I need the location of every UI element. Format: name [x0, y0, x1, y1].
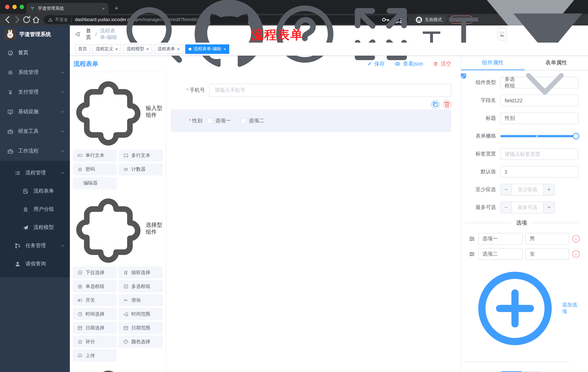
palette-component[interactable]: 多行文本	[119, 149, 163, 161]
option-value-input[interactable]	[525, 248, 569, 260]
checkbox-icon[interactable]	[207, 118, 212, 123]
phone-field-row[interactable]: *手机号 请输入手机号	[166, 84, 451, 97]
form-grid-row: 表单栅格	[461, 130, 578, 142]
sidebar-item[interactable]: 支付管理	[0, 82, 70, 102]
max-select-stepper: − 最多可选 +	[500, 202, 555, 213]
tags-view-tag[interactable]: 首页	[75, 44, 90, 54]
browser-tab[interactable]: 芋道管理系统 ×	[26, 3, 108, 14]
palette-component[interactable]: 多选框组	[119, 280, 163, 292]
palette-component[interactable]: 密码	[73, 163, 117, 175]
palette-component[interactable]: 日期选择	[73, 322, 117, 334]
sidebar-item[interactable]: 研发工具	[0, 122, 70, 141]
palette-component[interactable]: 时间选择	[73, 308, 117, 320]
collapse-menu-icon[interactable]	[75, 30, 80, 38]
chevron-up-icon	[60, 149, 65, 153]
palette-component[interactable]: 日期范围	[119, 322, 163, 334]
sidebar-item[interactable]: 系统管理	[0, 63, 70, 82]
drag-handle-icon[interactable]	[469, 235, 475, 242]
back-icon[interactable]	[3, 15, 12, 24]
decrease-button[interactable]: −	[501, 184, 512, 195]
default-value-input[interactable]	[505, 169, 574, 175]
tag-close-icon[interactable]: ×	[177, 47, 180, 51]
label-width-input[interactable]	[505, 151, 574, 157]
breadcrumb-home[interactable]: 首页	[86, 28, 92, 41]
option-style-row: 选项样式 默认 按钮	[461, 371, 578, 372]
delete-widget-button[interactable]	[443, 100, 451, 108]
form-grid-slider[interactable]	[500, 130, 578, 142]
tab-close-icon[interactable]: ×	[102, 6, 105, 11]
gender-field-row-selected[interactable]: *性别 选项一 选项二	[171, 110, 451, 132]
style-default-button[interactable]: 默认	[500, 371, 521, 372]
checkbox-icon[interactable]	[241, 118, 246, 123]
palette-component[interactable]: 颜色选择	[119, 336, 163, 348]
palette-component[interactable]: 开关	[73, 294, 117, 306]
home-icon[interactable]	[31, 15, 41, 24]
minimize-window-button[interactable]	[12, 5, 17, 9]
palette-component[interactable]: 单行文本	[73, 149, 117, 161]
field-name-input[interactable]	[505, 97, 574, 103]
label-width-label: 标签宽度	[461, 151, 496, 157]
palette-component[interactable]: 滑块	[119, 294, 163, 306]
tag-close-icon[interactable]: ×	[223, 47, 226, 51]
tab-component-props[interactable]: 组件属性	[461, 56, 525, 70]
form-edit-icon	[22, 188, 29, 194]
sidebar-item[interactable]: 基础设施	[0, 102, 70, 122]
sidebar-subitem[interactable]: 流程表单	[0, 182, 70, 200]
monitor-icon	[7, 109, 13, 115]
search-icon[interactable]	[119, 0, 188, 68]
phone-field-input[interactable]: 请输入手机号	[209, 84, 451, 97]
style-button-button[interactable]: 按钮	[521, 371, 542, 372]
tags-view-tag[interactable]: 流程模型 ×	[123, 44, 152, 54]
option-name-input[interactable]	[478, 248, 523, 260]
palette-component[interactable]: 时间范围	[119, 308, 163, 320]
palette-component[interactable]: 123 计数器	[119, 163, 163, 175]
sidebar-subitem[interactable]: 流程管理	[0, 164, 70, 182]
increase-button[interactable]: +	[543, 202, 555, 213]
tab-form-props[interactable]: 表单属性	[525, 56, 588, 70]
tag-close-icon[interactable]: ×	[115, 47, 118, 51]
data-link-button[interactable]	[461, 74, 466, 79]
remove-option-button[interactable]: −	[572, 235, 580, 242]
counter-icon: 123	[123, 167, 128, 172]
palette-component[interactable]: 评分	[73, 336, 117, 348]
palette-component[interactable]: 单选框组	[73, 280, 117, 292]
remove-option-button[interactable]: −	[572, 250, 580, 258]
forward-icon[interactable]	[12, 15, 22, 24]
component-type-select[interactable]: 多选框组	[500, 77, 578, 88]
add-option-button[interactable]: 添加选项	[471, 264, 578, 352]
sidebar-item[interactable]: 工作流程	[0, 141, 70, 161]
drag-handle-icon[interactable]	[469, 251, 475, 257]
max-select-value[interactable]: 最多可选	[512, 202, 543, 213]
reload-icon[interactable]	[22, 15, 31, 24]
default-value-label: 默认值	[461, 169, 496, 175]
option-value-input[interactable]	[525, 233, 569, 244]
title-input[interactable]	[505, 115, 574, 121]
palette-component[interactable]: 下拉选择	[73, 266, 117, 278]
sidebar-subitem[interactable]: 用户分组	[0, 200, 70, 218]
sidebar-menu: 首页 系统管理 支付管理 基础设施 研发工具 工作流程	[0, 43, 70, 161]
tags-view-tag[interactable]: 流程定义 ×	[92, 44, 121, 54]
tags-view-tag[interactable]: 流程表单 ×	[154, 44, 183, 54]
tags-view-tag[interactable]: 流程表单-编辑 ×	[185, 44, 229, 54]
copy-widget-button[interactable]	[431, 100, 440, 108]
tag-close-icon[interactable]: ×	[146, 47, 149, 51]
page-watermark: 流程表单	[251, 27, 304, 43]
avatar[interactable]	[498, 28, 506, 40]
sidebar-subitem[interactable]: 任务管理	[0, 237, 70, 255]
palette-component[interactable]: 上传	[73, 350, 117, 361]
chevron-down-icon	[60, 110, 65, 114]
option-name-input[interactable]	[478, 233, 523, 244]
app-logo-row[interactable]: 芋道管理系统	[0, 25, 70, 43]
slider-handle[interactable]	[573, 133, 579, 139]
decrease-button[interactable]: −	[501, 202, 512, 213]
sidebar-subitem[interactable]: 流程模型	[0, 218, 70, 237]
palette-component[interactable]: 级联选择	[119, 266, 163, 278]
close-window-button[interactable]	[5, 5, 10, 9]
zoom-window-button[interactable]	[20, 5, 24, 9]
min-select-value[interactable]: 至少应选	[512, 184, 543, 195]
fullscreen-icon[interactable]	[346, 0, 415, 68]
palette-component[interactable]: 编辑器	[73, 177, 117, 189]
sidebar-subitem[interactable]: 请假查询	[0, 255, 70, 273]
sidebar-item[interactable]: 首页	[0, 43, 70, 63]
increase-button[interactable]: +	[543, 184, 555, 195]
